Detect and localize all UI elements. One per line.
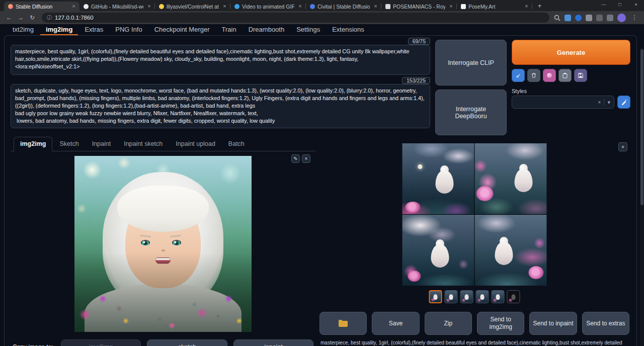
edit-image-icon[interactable]: ✎ [291,154,300,163]
gallery-thumbnail-1[interactable] [429,290,442,303]
browser-tab-posemaniacs[interactable]: POSEMANIACS - Royalty free 3... × [381,2,457,11]
tab-close-icon[interactable]: × [70,3,77,10]
subtab-inpaint-sketch[interactable]: Inpaint sketch [118,137,169,151]
subtab-batch[interactable]: Batch [222,137,251,151]
forward-icon[interactable]: → [16,13,26,23]
folder-icon [338,319,348,327]
gallery-thumbnail-2[interactable] [445,290,458,303]
tab-title: Video to animated GIF converter [242,4,294,10]
reload-icon[interactable]: ↻ [27,13,37,23]
profile-avatar[interactable] [617,14,626,22]
open-folder-button[interactable] [319,312,367,335]
refresh-styles-button[interactable] [617,96,630,109]
extension-icon[interactable] [586,15,592,21]
scrollbar-thumb[interactable] [640,49,643,205]
zoom-icon[interactable] [554,15,560,21]
gallery-image-3[interactable] [403,215,474,286]
maximize-icon[interactable]: □ [612,0,628,9]
stable-diffusion-webui: txt2img img2img Extras PNG Info Checkpoi… [0,24,644,346]
tab-close-icon[interactable]: × [448,3,454,10]
send-to-inpaint-button[interactable]: Send to inpaint [529,312,577,335]
interrogate-deepbooru-button[interactable]: Interrogate DeepBooru [435,90,507,135]
gallery-thumbnail-4[interactable] [476,290,489,303]
extension-icon[interactable] [565,15,571,21]
extension-icon[interactable] [596,15,603,21]
gif-converter-favicon [234,4,239,9]
tab-train[interactable]: Train [216,24,242,35]
menu-icon[interactable]: ⋮ [630,14,639,21]
subtab-inpaint-upload[interactable]: Inpaint upload [170,137,221,151]
flower-shape [405,202,420,213]
tab-extensions[interactable]: Extensions [327,24,370,35]
extra-networks-icon [547,73,552,78]
subtab-sketch[interactable]: Sketch [53,137,85,151]
page-scrollbar [640,48,644,346]
tab-close-icon[interactable]: × [523,3,530,10]
send-to-img2img-button[interactable]: Send to img2img [477,312,524,335]
apply-styles-button[interactable] [558,69,572,82]
browser-tab-civitai[interactable]: Civitai | Stable Diffusion model... × [306,2,381,11]
paintbrush-icon [621,99,627,105]
tab-txt2img[interactable]: txt2img [7,24,39,35]
gallery-image-2[interactable] [475,143,547,214]
back-icon[interactable]: ← [4,13,14,23]
source-image-area: ✎ × [11,151,315,336]
zip-button[interactable]: Zip [425,312,472,335]
interrogate-clip-button[interactable]: Interrogate CLIP [435,40,507,85]
paste-params-button[interactable]: ↙ [512,69,525,82]
tab-img2img[interactable]: img2img [40,24,78,35]
img2img-source-image[interactable] [74,156,252,332]
gallery-thumbnail-3[interactable] [460,290,473,303]
new-tab-button[interactable]: + [535,2,544,11]
copy-to-img2img-button[interactable]: img2img [61,339,141,346]
chevron-down-icon[interactable]: ▾ [607,99,610,106]
girl-figure [514,169,532,192]
address-bar[interactable]: ⓘ 127.0.0.1:7860 [42,13,549,23]
tab-close-icon[interactable]: × [221,3,228,10]
tab-settings[interactable]: Settings [291,24,326,35]
side-panel-icon[interactable] [607,15,613,21]
save-style-button[interactable] [574,69,587,82]
gallery-thumbnail-6[interactable] [507,290,520,303]
gallery-image-1[interactable] [403,143,474,214]
browser-tab-posemyart[interactable]: PoseMy.Art × [457,2,532,11]
tab-close-icon[interactable]: × [146,3,152,10]
clear-styles-icon[interactable]: × [598,99,601,105]
extension-icon[interactable] [575,15,582,21]
window-close-icon[interactable]: × [628,0,644,9]
remove-image-icon[interactable]: × [302,154,310,163]
subtab-img2img[interactable]: img2img [14,137,52,151]
main-tab-bar: txt2img img2img Extras PNG Info Checkpoi… [0,24,644,35]
tab-extras[interactable]: Extras [79,24,109,35]
copy-to-sketch-button[interactable]: sketch [147,339,227,346]
generate-button[interactable]: Generate [512,40,630,65]
save-button[interactable]: Save [372,312,419,335]
prompt-input[interactable]: masterpiece, best quality, 1girl, (color… [15,48,426,72]
send-to-extras-button[interactable]: Send to extras [582,312,629,335]
browser-tab-github[interactable]: GitHub - Mikubill/sd-webui-con... × [79,2,155,11]
minimize-icon[interactable]: — [596,0,612,9]
browser-tab-gif-converter[interactable]: Video to animated GIF converter × [230,2,306,11]
tab-title: GitHub - Mikubill/sd-webui-con... [91,4,143,10]
tab-dreambooth[interactable]: Dreambooth [243,24,290,35]
site-info-icon[interactable]: ⓘ [47,13,52,23]
browser-tab-controlnet[interactable]: lllyasviel/ControlNet at main × [155,2,230,11]
subtab-inpaint[interactable]: Inpaint [86,137,117,151]
gallery-image-4[interactable] [475,215,547,286]
gallery-close-icon[interactable]: × [618,142,627,151]
tab-close-icon[interactable]: × [297,3,303,10]
extra-networks-button[interactable] [543,69,556,82]
copy-to-inpaint-button[interactable]: inpaint [233,339,313,346]
negative-token-counter: 153/225 [402,77,430,84]
clear-prompt-button[interactable] [527,69,540,82]
negative-prompt-input[interactable]: sketch, duplicate, ugly, huge eyes, text… [15,87,426,125]
browser-window: Stable Diffusion × GitHub - Mikubill/sd-… [0,0,644,346]
tab-checkpoint-merger[interactable]: Checkpoint Merger [149,24,215,35]
browser-tab-stable-diffusion[interactable]: Stable Diffusion × [4,2,79,11]
styles-dropdown[interactable]: × ▾ [512,96,614,109]
tab-png-info[interactable]: PNG Info [110,24,147,35]
dropdown-divider [604,99,604,106]
gallery-thumbnail-5[interactable] [492,290,505,303]
tab-close-icon[interactable]: × [372,3,379,10]
flower-shape [476,186,493,201]
